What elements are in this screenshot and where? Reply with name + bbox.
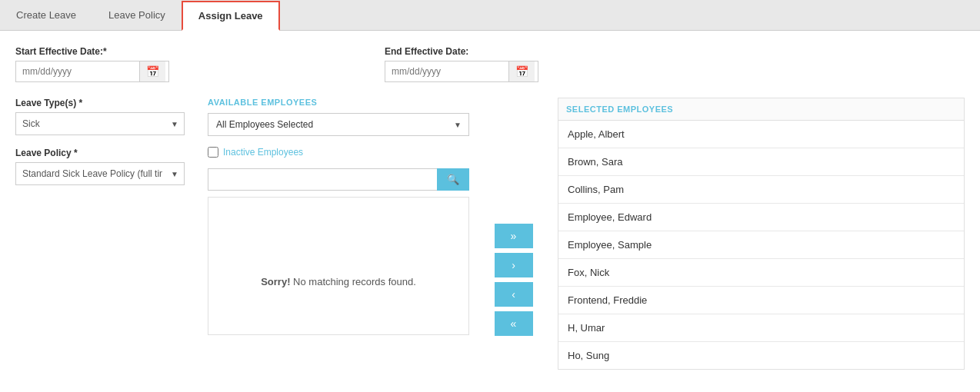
end-date-input[interactable] [385, 61, 508, 81]
end-date-input-wrap: 📅 [385, 61, 538, 82]
date-row: Start Effective Date:* 📅 End Effective D… [15, 46, 965, 82]
leave-type-select[interactable]: Sick [15, 112, 185, 135]
available-employees-title: AVAILABLE EMPLOYEES [208, 98, 469, 107]
inactive-employees-checkbox[interactable] [208, 147, 218, 158]
employee-list-item[interactable]: Apple, Albert [558, 121, 964, 148]
start-date-input[interactable] [16, 61, 139, 81]
right-panel: SELECTED EMPLOYEES Apple, AlbertBrown, S… [558, 98, 965, 370]
no-records-bold: Sorry! [261, 276, 290, 287]
leave-policy-label: Leave Policy * [15, 148, 185, 158]
start-date-calendar-button[interactable]: 📅 [139, 61, 165, 81]
leave-type-group: Leave Type(s) * Sick ▼ [15, 98, 185, 135]
move-left-button[interactable]: ‹ [495, 282, 533, 307]
employee-list-item[interactable]: Collins, Pam [558, 176, 964, 204]
start-date-input-wrap: 📅 [15, 61, 169, 82]
main-content: Start Effective Date:* 📅 End Effective D… [0, 31, 980, 392]
leave-policy-select[interactable]: Standard Sick Leave Policy (full time) [15, 162, 185, 185]
leave-type-label: Leave Type(s) * [15, 98, 185, 108]
inactive-employees-label[interactable]: Inactive Employees [223, 147, 303, 158]
search-button[interactable]: 🔍 [437, 168, 469, 191]
move-all-left-button[interactable]: « [495, 311, 533, 336]
center-panel: AVAILABLE EMPLOYEES All Employees Select… [208, 98, 469, 370]
left-panel: Leave Type(s) * Sick ▼ Leave Policy * St… [15, 98, 185, 370]
form-section: Leave Type(s) * Sick ▼ Leave Policy * St… [15, 98, 965, 370]
no-records-message: Sorry! No matching records found. [208, 197, 469, 335]
tab-assign-leave[interactable]: Assign Leave [182, 1, 280, 31]
selected-employees-title: SELECTED EMPLOYEES [558, 98, 965, 120]
employee-list-item[interactable]: Employee, Sample [558, 231, 964, 259]
employee-list-item[interactable]: Ho, Sung [558, 342, 964, 369]
employee-list-item[interactable]: Brown, Sara [558, 148, 964, 176]
move-right-button[interactable]: › [495, 253, 533, 277]
tab-create-leave[interactable]: Create Leave [0, 1, 92, 31]
start-date-group: Start Effective Date:* 📅 [15, 46, 169, 82]
leave-policy-select-wrap: Standard Sick Leave Policy (full time) ▼ [15, 162, 185, 185]
end-date-calendar-button[interactable]: 📅 [508, 61, 535, 81]
leave-policy-group: Leave Policy * Standard Sick Leave Polic… [15, 148, 185, 185]
tabs-bar: Create Leave Leave Policy Assign Leave [0, 0, 980, 31]
search-input[interactable] [208, 168, 437, 191]
employees-list: Apple, AlbertBrown, SaraCollins, PamEmpl… [558, 120, 965, 370]
search-row: 🔍 [208, 168, 469, 191]
inactive-employees-row: Inactive Employees [208, 144, 469, 161]
start-date-label: Start Effective Date:* [15, 46, 169, 57]
employee-list-item[interactable]: Fox, Nick [558, 259, 964, 287]
no-records-text: No matching records found. [290, 276, 415, 287]
employees-dropdown-wrap: All Employees Selected ▼ [208, 113, 469, 136]
end-date-group: End Effective Date: 📅 [385, 46, 538, 82]
employee-list-item[interactable]: H, Umar [558, 314, 964, 342]
leave-type-select-wrap: Sick ▼ [15, 112, 185, 135]
employee-list-item[interactable]: Employee, Edward [558, 204, 964, 231]
move-all-right-button[interactable]: » [495, 224, 533, 248]
transfer-panel: » › ‹ « [492, 98, 535, 370]
employee-list-item[interactable]: Frontend, Freddie [558, 287, 964, 314]
employees-dropdown[interactable]: All Employees Selected [208, 113, 469, 136]
tab-leave-policy[interactable]: Leave Policy [92, 1, 182, 31]
end-date-label: End Effective Date: [385, 46, 538, 57]
